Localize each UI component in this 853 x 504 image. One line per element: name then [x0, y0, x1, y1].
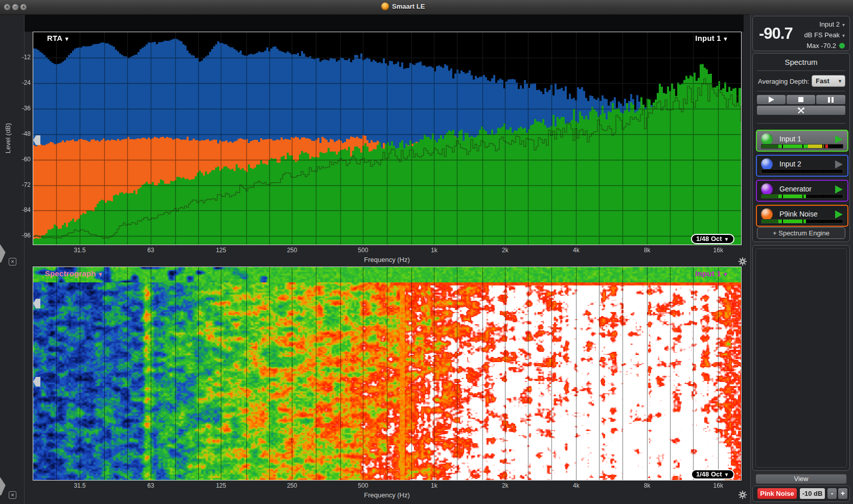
meter-tick — [822, 170, 823, 173]
close-icon: × — [6, 4, 9, 10]
spectrograph-octave-label: 1/48 Oct — [696, 470, 722, 478]
dropdown-arrow-icon: ▼ — [724, 236, 729, 242]
averaging-depth-select[interactable]: Fast▾ — [812, 75, 845, 87]
rta-plot[interactable] — [33, 32, 741, 245]
meter-tick — [822, 195, 823, 198]
panel-collapse-handle-bottom[interactable] — [0, 477, 6, 495]
meter-segment — [778, 145, 808, 148]
rta-ylabel: Level (dB) — [4, 123, 12, 153]
x-tick-label: 63 — [147, 482, 154, 489]
caret-down-icon: ▾ — [839, 78, 841, 84]
input-row-input-1[interactable]: Input 1 — [756, 130, 848, 152]
meter-tick — [802, 195, 803, 198]
add-spectrum-engine-button[interactable]: + Spectrum Engine — [757, 227, 845, 239]
y-tick-label: -12 — [22, 54, 31, 61]
x-tick-label: 31.5 — [74, 247, 85, 254]
x-tick-label: 1k — [431, 247, 437, 254]
meter-segment — [762, 145, 778, 148]
x-tick-label: 4k — [573, 247, 580, 254]
rta-type-dropdown[interactable]: RTA▼ — [47, 34, 70, 42]
meter-tick — [802, 220, 803, 223]
x-tick-label: 250 — [287, 482, 297, 489]
meter-max-label: Max -70.2 — [806, 42, 836, 50]
view-area-inner — [755, 248, 847, 468]
peak-meter-value: -90.7 — [759, 25, 793, 43]
play-button[interactable] — [757, 95, 786, 104]
input-play-icon[interactable] — [835, 185, 843, 194]
close-spectrograph-section-button[interactable]: × — [9, 491, 16, 499]
x-tick-label: 8k — [644, 247, 651, 254]
pause-icon — [828, 97, 834, 103]
plot-top-margin — [25, 15, 744, 32]
spectrograph-input-dropdown[interactable]: Input 1▼ — [695, 269, 728, 278]
x-tick-label: 16k — [713, 247, 723, 254]
minimize-button[interactable]: − — [12, 4, 18, 10]
rta-input-dropdown[interactable]: Input 1▼ — [695, 34, 728, 42]
spectrograph-type-dropdown[interactable]: Spectrograph▼ — [45, 269, 103, 278]
spectrograph-settings-gear-icon[interactable] — [738, 490, 747, 499]
caret-down-icon: ▾ — [842, 22, 845, 28]
input-play-icon[interactable] — [835, 160, 843, 169]
input-color-ball-icon — [761, 183, 773, 195]
y-tick-label: -36 — [22, 105, 31, 112]
view-area-panel — [752, 245, 850, 471]
stop-button[interactable] — [787, 95, 815, 104]
generator-bar: Pink Noise -10 dB - + — [752, 486, 850, 502]
meter-tick — [802, 170, 803, 173]
x-tick-label: 31.5 — [74, 482, 85, 489]
y-tick-label: -96 — [22, 232, 31, 239]
x-tick-label: 500 — [358, 247, 368, 254]
meter-tick — [782, 195, 783, 198]
minimize-icon: − — [14, 4, 17, 10]
titlebar: × − + Smaart LE — [0, 0, 853, 15]
x-tick-label: 2k — [502, 247, 509, 254]
x-tick-label: 63 — [147, 247, 154, 254]
meter-segment — [825, 145, 828, 148]
pink-noise-button[interactable]: Pink Noise — [757, 488, 797, 499]
tools-button[interactable] — [757, 106, 845, 115]
input-play-icon[interactable] — [835, 135, 843, 143]
input-row-label: Generator — [779, 185, 812, 193]
input-row-generator[interactable]: Generator — [756, 180, 848, 202]
input-row-p9ink-noise[interactable]: P9ink Noise — [756, 205, 848, 227]
input-row-input-2[interactable]: Input 2 — [756, 155, 848, 177]
spectrograph-xlabel: Frequency (Hz) — [364, 491, 410, 499]
input-color-ball-icon — [761, 158, 773, 170]
input-row-label: Input 2 — [779, 160, 801, 168]
rta-xlabel: Frequency (Hz) — [364, 256, 410, 263]
meter-unit-dropdown[interactable]: dB FS Peak▾ — [804, 30, 845, 41]
meter-source-dropdown[interactable]: Input 2▾ — [804, 19, 845, 30]
close-button[interactable]: × — [4, 4, 10, 10]
spectrograph-plot[interactable] — [33, 267, 741, 480]
rta-octave-dropdown[interactable]: 1/48 Oct▼ — [691, 234, 734, 244]
divider — [757, 91, 845, 91]
spectrograph-octave-dropdown[interactable]: 1/48 Oct▼ — [691, 469, 734, 479]
gear-icon — [738, 490, 747, 499]
input-play-icon[interactable] — [835, 210, 843, 219]
spectrum-panel: Spectrum Averaging Depth: Fast▾ Input 1I… — [752, 53, 850, 242]
generator-level-minus-button[interactable]: - — [827, 488, 837, 499]
dropdown-arrow-icon: ▼ — [723, 271, 728, 277]
close-rta-section-button[interactable]: × — [9, 258, 16, 266]
spectrograph-xtick-labels: 31.5631252505001k2k4k8k16k — [33, 482, 741, 489]
meter-segment — [762, 220, 778, 223]
generator-level-plus-button[interactable]: + — [838, 488, 847, 499]
pause-button[interactable] — [816, 95, 845, 104]
view-button[interactable]: View — [755, 474, 847, 484]
y-tick-label: -60 — [22, 156, 31, 163]
input-color-ball-icon — [761, 133, 773, 145]
divider — [757, 70, 845, 71]
spectrograph-plot-frame — [33, 267, 742, 481]
title-wrap: Smaart LE — [381, 3, 425, 10]
zoom-button[interactable]: + — [20, 4, 27, 10]
peak-meter-settings: Input 2▾ dB FS Peak▾ Max -70.2 — [804, 19, 845, 51]
dropdown-arrow-icon: ▼ — [64, 36, 70, 42]
generator-level-display: -10 dB — [800, 488, 825, 499]
meter-segment — [808, 145, 824, 148]
tools-icon — [797, 107, 805, 114]
signal-status-dot — [839, 43, 845, 49]
rta-settings-gear-icon[interactable] — [738, 257, 747, 266]
panel-collapse-handle-top[interactable] — [0, 244, 6, 262]
caret-down-icon: ▾ — [842, 33, 845, 38]
app-logo-icon — [381, 3, 389, 10]
